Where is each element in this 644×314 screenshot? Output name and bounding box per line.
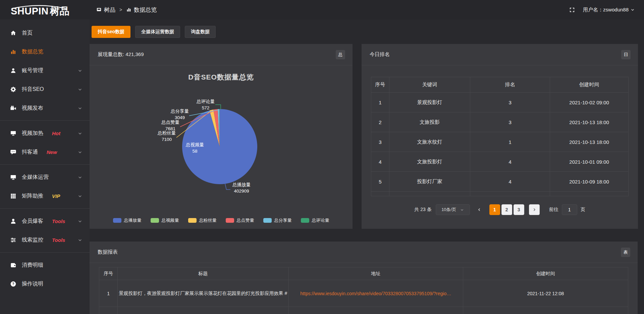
ranking-panel-title: 今日排名	[370, 51, 390, 58]
chevron-down-icon	[460, 208, 464, 212]
bar-chart-icon	[126, 7, 131, 12]
cell: 4	[470, 152, 550, 172]
page-buttons: 123	[489, 204, 525, 215]
day-badge-button[interactable]: 日	[621, 50, 631, 59]
chevron-right-icon	[532, 208, 536, 212]
wallet-icon	[10, 262, 16, 268]
chevron-left-icon	[477, 208, 481, 212]
chart-legend: 总播放量总视频量总粉丝量总点赞量总分享量总评论量	[90, 217, 353, 223]
tab-抖音seo数据[interactable]: 抖音seo数据	[92, 26, 130, 38]
report-link[interactable]: https://www.iesdouyin.com/share/video/70…	[300, 291, 451, 296]
chat-icon	[10, 149, 16, 155]
username-label: 用户名：zswodun88	[583, 7, 629, 13]
user-menu[interactable]: 用户名：zswodun88	[583, 7, 635, 13]
sidebar-item-视频发布[interactable]: 视频发布	[0, 99, 90, 117]
legend-label: 总点赞量	[237, 217, 254, 223]
report-table: 序号标题地址创建时间1景观投影灯，夜游景观投影灯厂家展示展示落花灯在花园里的灯光…	[99, 267, 628, 314]
legend-swatch	[226, 218, 234, 223]
breadcrumb-item-数据总览[interactable]: 数据总览	[126, 6, 157, 14]
app-logo[interactable]: SHUPIN树品	[0, 4, 90, 16]
impressions-panel: 展现量总数: 421,369 总 D音SEO数据量总览 总播放量402909总视…	[90, 44, 353, 229]
page-button-1[interactable]: 1	[489, 204, 500, 215]
cell: 文旅水纹灯	[389, 132, 470, 152]
cell: 投影灯厂家	[389, 172, 470, 192]
cell: 2021-10-01 09:00	[550, 152, 629, 172]
sliders-icon	[10, 237, 16, 243]
tab-询盘数据[interactable]: 询盘数据	[185, 26, 216, 38]
cell: 4	[371, 152, 389, 172]
pie-label-总点赞量: 总点赞量7681	[161, 120, 179, 131]
cell-empty	[463, 307, 628, 314]
monitor-icon	[10, 174, 16, 180]
prev-page-button[interactable]	[474, 204, 485, 215]
chevron-down-icon	[78, 68, 82, 73]
sidebar-item-消费明细[interactable]: 消费明细	[0, 256, 90, 274]
sidebar-item-操作说明[interactable]: ?操作说明	[0, 274, 90, 293]
report-panel-body: 序号标题地址创建时间1景观投影灯，夜游景观投影灯厂家展示展示落花灯在花园里的灯光…	[90, 267, 638, 314]
gear-icon	[10, 86, 16, 93]
chevron-down-icon	[78, 131, 82, 136]
cell-empty	[288, 307, 463, 314]
video-camera-icon	[10, 105, 16, 111]
svg-text:?: ?	[12, 282, 14, 286]
column-header-标题: 标题	[118, 267, 288, 280]
cell: 文旅投影灯	[389, 152, 470, 172]
column-header-创建时间: 创建时间	[463, 267, 628, 280]
pie-label-总分享量: 总分享量3049	[170, 109, 189, 120]
tab-全媒体运营数据[interactable]: 全媒体运营数据	[135, 26, 180, 38]
sidebar-item-全媒体运营[interactable]: 全媒体运营	[0, 168, 90, 187]
user-icon	[10, 67, 16, 74]
page-button-2[interactable]: 2	[501, 204, 512, 215]
goto-label: 前往	[549, 207, 558, 213]
legend-swatch	[301, 218, 309, 223]
breadcrumb-separator: >	[119, 7, 122, 12]
sidebar-item-label: 数据总览	[22, 48, 43, 55]
sidebar-item-账号管理[interactable]: 账号管理	[0, 61, 90, 80]
sidebar-item-线索监控[interactable]: 线索监控Tools	[0, 230, 90, 249]
fullscreen-icon[interactable]	[569, 7, 575, 13]
tab-bar: 抖音seo数据全媒体运营数据询盘数据	[92, 26, 216, 38]
chevron-down-icon	[78, 150, 82, 154]
legend-swatch	[263, 218, 272, 223]
table-badge-button[interactable]: 表	[621, 248, 630, 257]
ranking-table: 序号关键词排名创建时间1景观投影灯32021-10-02 09:002文旅投影3…	[371, 77, 629, 196]
sidebar-item-label: 抖音SEO	[22, 86, 44, 93]
sidebar-item-label: 全媒体运营	[22, 174, 49, 181]
table-row: 2文旅投影32021-10-13 18:00	[371, 112, 629, 132]
legend-item-总分享量[interactable]: 总分享量	[263, 217, 292, 223]
sidebar-item-会员爆客[interactable]: 会员爆客Tools	[0, 212, 90, 230]
sidebar-item-抖音SEO[interactable]: 抖音SEO	[0, 80, 90, 99]
page-size-select[interactable]: 10条/页	[436, 204, 470, 215]
ranking-panel-body: 序号关键词排名创建时间1景观投影灯32021-10-02 09:002文旅投影3…	[362, 77, 638, 215]
legend-item-总粉丝量[interactable]: 总粉丝量	[188, 217, 217, 223]
legend-label: 总视频量	[162, 217, 179, 223]
pagination-total: 共 23 条	[414, 207, 431, 213]
next-page-button[interactable]	[529, 204, 540, 215]
cell: 2021-10-13 18:00	[550, 132, 629, 152]
breadcrumb-label: 数据总览	[134, 6, 157, 14]
breadcrumb-item-树品[interactable]: 树品	[96, 6, 115, 14]
sidebar-item-首页[interactable]: 首页	[0, 23, 90, 42]
report-panel-header: 数据报表 表	[90, 242, 638, 263]
legend-item-总评论量[interactable]: 总评论量	[301, 217, 329, 223]
sidebar-item-视频加热[interactable]: 视频加热Hot	[0, 124, 90, 143]
cell-empty	[470, 192, 550, 196]
legend-item-总点赞量[interactable]: 总点赞量	[226, 217, 254, 223]
sidebar-item-label: 视频发布	[22, 105, 43, 112]
total-badge-button[interactable]: 总	[336, 50, 345, 59]
sidebar-item-矩阵助推[interactable]: 矩阵助推VIP	[0, 187, 90, 205]
sidebar-item-数据总览[interactable]: 数据总览	[0, 42, 90, 61]
page-button-3[interactable]: 3	[514, 204, 524, 215]
legend-item-总视频量[interactable]: 总视频量	[151, 217, 179, 223]
dashboard-icon	[96, 7, 102, 12]
column-header-关键词: 关键词	[389, 77, 470, 93]
ranking-panel: 今日排名 日 序号关键词排名创建时间1景观投影灯32021-10-02 09:0…	[362, 44, 638, 229]
pie-label-总播放量: 总播放量402909	[232, 182, 251, 194]
cell: 1	[371, 93, 389, 112]
table-header-row: 序号关键词排名创建时间	[371, 77, 629, 93]
goto-page-input[interactable]	[562, 204, 577, 215]
logo-arc-icon	[10, 5, 68, 9]
legend-item-总播放量[interactable]: 总播放量	[113, 217, 142, 223]
sidebar-item-抖客通[interactable]: 抖客通New	[0, 143, 90, 161]
cell-empty	[118, 307, 288, 314]
